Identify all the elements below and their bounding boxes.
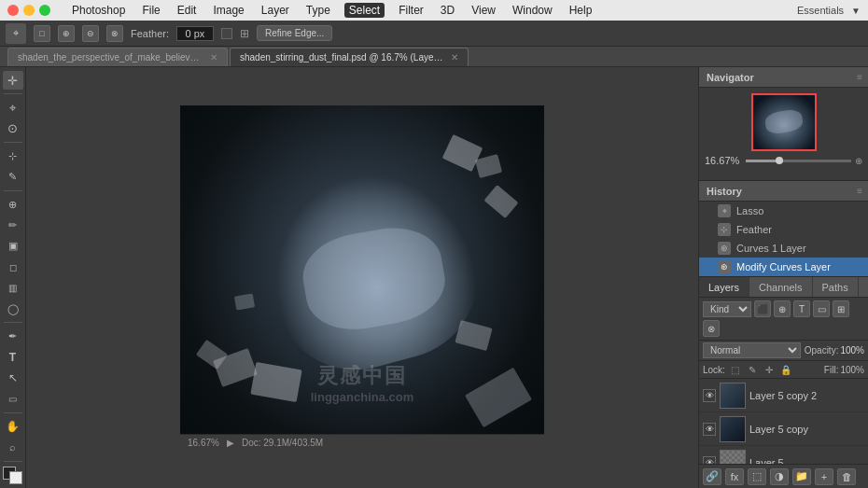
menu-select[interactable]: Select — [344, 3, 385, 18]
opacity-value[interactable]: 100% — [840, 345, 864, 356]
tab-close-2[interactable]: ✕ — [451, 52, 458, 63]
add-selection-btn[interactable]: ⊕ — [58, 25, 75, 42]
fill-value[interactable]: 100% — [840, 365, 864, 375]
nav-thumb-image — [753, 95, 815, 149]
lock-label: Lock: — [703, 365, 725, 375]
hand-tool[interactable]: ✋ — [3, 417, 23, 436]
layers-kind-select[interactable]: Kind — [703, 301, 751, 317]
history-header: History ≡ — [699, 181, 868, 202]
layer-adjustment-btn[interactable]: ◑ — [770, 468, 789, 485]
clone-stamp-tool[interactable]: ▣ — [3, 237, 23, 256]
layer-filter-shape[interactable]: ▭ — [813, 300, 830, 317]
layer-visibility-2[interactable]: 👁 — [703, 456, 716, 465]
layer-thumb-0 — [720, 383, 746, 409]
history-item-feather[interactable]: ⊹ Feather — [699, 220, 868, 239]
anti-alias-checkbox[interactable] — [221, 28, 232, 39]
tab-layers[interactable]: Layers — [699, 277, 749, 297]
lasso-tool[interactable]: ⌖ — [3, 98, 23, 117]
history-item-curves1[interactable]: ⊛ Curves 1 Layer — [699, 239, 868, 258]
tab-file-1[interactable]: shaden_the_perspective_of_make_believe_p… — [7, 48, 228, 66]
layer-visibility-1[interactable]: 👁 — [703, 423, 716, 436]
menu-photoshop[interactable]: Photoshop — [69, 4, 128, 17]
dodge-tool[interactable]: ◯ — [3, 300, 23, 318]
layer-fx-btn[interactable]: fx — [725, 468, 744, 485]
gradient-tool[interactable]: ▥ — [3, 278, 23, 297]
layer-link-btn[interactable]: 🔗 — [703, 468, 721, 485]
intersect-selection-btn[interactable]: ⊗ — [106, 25, 123, 42]
crop-tool[interactable]: ⊹ — [3, 146, 23, 165]
minimize-button[interactable] — [23, 5, 35, 16]
layers-panel: Layers Channels Paths Kind ⬛ ⊕ T ▭ ⊞ ⊗ N… — [699, 277, 868, 488]
lock-position-btn[interactable]: ✛ — [763, 363, 776, 376]
layer-delete-btn[interactable]: 🗑 — [837, 468, 856, 485]
tool-separator-3 — [4, 190, 22, 191]
layer-item-0[interactable]: 👁 Layer 5 copy 2 — [699, 379, 868, 412]
eraser-tool[interactable]: ◻ — [3, 258, 23, 276]
tab-label-2: shaden_stirring_dust_final.psd @ 16.7% (… — [240, 52, 445, 63]
tab-channels[interactable]: Channels — [749, 277, 812, 297]
layer-thumb-1 — [720, 416, 746, 442]
zoom-tool[interactable]: ⌕ — [3, 438, 23, 456]
tool-options-icon: ⌖ — [6, 23, 26, 44]
layers-list: 👁 Layer 5 copy 2 👁 Layer 5 copy 👁 — [699, 379, 868, 464]
menu-image[interactable]: Image — [210, 4, 246, 17]
subtract-selection-btn[interactable]: ⊖ — [82, 25, 99, 42]
layer-filter-smart[interactable]: ⊞ — [833, 300, 849, 317]
pen-tool[interactable]: ✒ — [3, 327, 23, 345]
tab-file-2[interactable]: shaden_stirring_dust_final.psd @ 16.7% (… — [230, 48, 469, 66]
menu-window[interactable]: Window — [510, 4, 555, 17]
fill-row: Fill: 100% — [824, 365, 864, 375]
menu-layer[interactable]: Layer — [259, 4, 292, 17]
refine-edge-button[interactable]: Refine Edge... — [257, 25, 332, 41]
menu-3d[interactable]: 3D — [438, 4, 457, 17]
history-collapse[interactable]: ≡ — [857, 186, 862, 196]
quick-select-tool[interactable]: ⊙ — [3, 119, 23, 138]
layer-item-2[interactable]: 👁 Layer 5 — [699, 446, 868, 464]
healing-tool[interactable]: ⊕ — [3, 195, 23, 214]
history-item-lasso[interactable]: ⌖ Lasso — [699, 202, 868, 220]
menu-view[interactable]: View — [469, 4, 498, 17]
shape-tool[interactable]: ▭ — [3, 389, 23, 408]
nav-zoom-slider[interactable] — [746, 160, 851, 162]
layer-filter-type[interactable]: T — [793, 300, 810, 317]
layer-filter-pixel[interactable]: ⬛ — [754, 300, 771, 317]
path-selection-tool[interactable]: ↖ — [3, 369, 23, 387]
brush-tool[interactable]: ✏ — [3, 216, 23, 234]
close-button[interactable] — [7, 5, 19, 16]
lock-all-btn[interactable]: 🔒 — [779, 363, 792, 376]
menu-file[interactable]: File — [139, 4, 162, 17]
menu-edit[interactable]: Edit — [175, 4, 200, 17]
move-tool[interactable]: ✛ — [3, 71, 23, 90]
canvas-image[interactable]: 灵感中国 lingganchina.com — [180, 105, 544, 451]
opacity-row: Opacity: 100% — [805, 345, 864, 356]
layer-item-1[interactable]: 👁 Layer 5 copy — [699, 412, 868, 446]
layer-mask-btn[interactable]: ⬚ — [748, 468, 766, 485]
layer-thumb-img-0 — [721, 383, 745, 408]
sample-icon: ⊞ — [240, 27, 249, 40]
menu-filter[interactable]: Filter — [396, 4, 427, 17]
layer-visibility-0[interactable]: 👁 — [703, 389, 716, 402]
history-feather-icon: ⊹ — [718, 223, 731, 236]
menu-type[interactable]: Type — [303, 4, 333, 17]
feather-input[interactable] — [176, 26, 214, 41]
zoom-display: 16.67% — [188, 438, 219, 448]
lock-transparent-btn[interactable]: ⬚ — [729, 363, 742, 376]
maximize-button[interactable] — [39, 5, 50, 16]
layer-filter-adjustment[interactable]: ⊕ — [774, 300, 791, 317]
lock-image-btn[interactable]: ✎ — [746, 363, 759, 376]
essentials-label[interactable]: Essentials — [797, 5, 844, 16]
layer-new-btn[interactable]: + — [815, 468, 833, 485]
layer-group-btn[interactable]: 📁 — [792, 468, 811, 485]
status-arrow: ▶ — [227, 438, 234, 448]
history-item-modify-curves[interactable]: ⊛ Modify Curves Layer — [699, 258, 868, 276]
layer-filter-toggle[interactable]: ⊗ — [703, 320, 720, 337]
eyedropper-tool[interactable]: ✎ — [3, 167, 23, 186]
menu-help[interactable]: Help — [567, 4, 595, 17]
navigator-collapse[interactable]: ≡ — [857, 72, 862, 82]
color-swatches[interactable] — [3, 467, 23, 484]
tab-paths[interactable]: Paths — [813, 277, 859, 297]
tab-close-1[interactable]: ✕ — [210, 52, 217, 63]
new-selection-btn[interactable]: □ — [34, 25, 50, 42]
blend-mode-select[interactable]: Normal — [703, 342, 801, 358]
type-tool[interactable]: T — [3, 348, 23, 367]
